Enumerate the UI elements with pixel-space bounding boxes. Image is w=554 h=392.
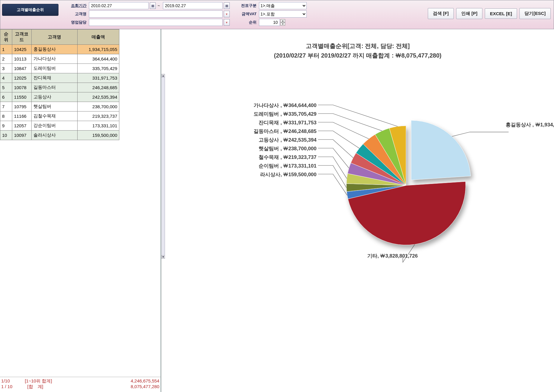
table-pane: 순위 고객코드 고객명 매출액 110425홍길동상사1,934,715,055… [0, 29, 161, 392]
table-row[interactable]: 811166김철수목재219,323,737 [0, 111, 119, 121]
filter-grid-1: 조회기간 ▦ ~ ▦ 고객명 ▾ 영업담당 ▾ [64, 2, 229, 26]
cell-amount: 364,644,400 [78, 54, 119, 64]
cell-code: 12057 [12, 121, 31, 131]
table-row[interactable]: 110425홍길동상사1,934,715,055 [0, 45, 119, 54]
summary-bar: 1/10 [1~10위 합계] 4,246,675,554 1 / 10 [합 … [0, 377, 161, 392]
chart-pane: ▲ ▼ 고객별매출순위[고객: 전체, 담당: 전체] (2010/02/27 … [161, 29, 554, 392]
cell-name: 김철수목재 [31, 111, 77, 121]
rank-input[interactable] [259, 19, 280, 26]
cell-code: 10078 [12, 83, 31, 92]
rep-label: 영업담당 [64, 20, 88, 25]
chart-title-line2: (2010/02/27 부터 2019/02/27 까지 매출합계 : ￦8,0… [161, 51, 554, 60]
table-row[interactable]: 710795햇살팀버238,700,000 [0, 102, 119, 111]
cell-amount: 219,323,737 [78, 111, 119, 121]
table-header-row: 순위 고객코드 고객명 매출액 [0, 30, 119, 45]
cell-rank: 3 [0, 64, 12, 73]
cell-code: 10113 [12, 54, 31, 64]
table-row[interactable]: 912057강순이팀버173,331,101 [0, 121, 119, 131]
tilde-separator: ~ [156, 4, 162, 8]
pie-label-bottom: 기타, ￦3,828,801,726 [367, 252, 418, 259]
chart-title-line1: 고객별매출순위[고객: 전체, 담당: 전체] [161, 41, 554, 51]
cell-rank: 5 [0, 83, 12, 92]
calendar-icon[interactable]: ▦ [224, 2, 230, 9]
cell-rank: 9 [0, 121, 12, 131]
date-from-input[interactable] [89, 2, 149, 9]
filter-grid-2: 전표구분 1>.매출 금액VAT 1>.포함 순위 ▴ ▾ [234, 2, 307, 26]
table-row[interactable]: 310847도레미팀버335,705,429 [0, 64, 119, 73]
cell-code: 11166 [12, 111, 31, 121]
period-label: 조회기간 [64, 3, 88, 8]
cell-name: 햇살팀버 [31, 102, 77, 111]
pie-label-right: 홍길동상사 , ￦1,934,71 [506, 121, 554, 128]
close-button[interactable]: 닫기[ESC] [519, 8, 551, 19]
cell-amount: 335,705,429 [78, 64, 119, 73]
date-to-input[interactable] [163, 2, 223, 9]
excel-button[interactable]: EXCEL [E] [485, 8, 517, 19]
pie-label-left: 도레미팀버 , ￦335,705,429 [167, 111, 317, 117]
filter-bar: 고객별매출순위 조회기간 ▦ ~ ▦ 고객명 ▾ 영업담당 ▾ 전표구분 1>.… [0, 0, 554, 29]
table-row[interactable]: 510078길동마스터246,248,685 [0, 83, 119, 92]
chart-title: 고객별매출순위[고객: 전체, 담당: 전체] (2010/02/27 부터 2… [161, 41, 554, 60]
cell-name: 가나다상사 [31, 54, 77, 64]
pie-label-left: 철수목재 , ￦219,323,737 [167, 154, 317, 161]
col-code: 고객코드 [12, 30, 31, 45]
rep-input[interactable] [89, 19, 223, 26]
table-row[interactable]: 1010097솔라시상사159,500,000 [0, 131, 119, 140]
summary-pos-1: 1/10 [1, 378, 10, 384]
col-name: 고객명 [31, 30, 77, 45]
customer-label: 고객명 [64, 11, 88, 17]
col-rank: 순위 [0, 30, 12, 45]
pie-label-left: 고등상사 , ￦242,535,394 [167, 137, 317, 143]
pie-label-left: 가나다상사 , ￦364,644,400 [167, 102, 317, 109]
cell-code: 10425 [12, 45, 31, 54]
cell-rank: 8 [0, 111, 12, 121]
summary-label-2: [합 계] [27, 384, 43, 390]
pie-label-left: 길동마스터 , ￦246,248,685 [167, 128, 317, 135]
pie-label-left: 햇살팀버 , ￦238,700,000 [167, 145, 317, 152]
cell-amount: 242,535,394 [78, 92, 119, 102]
search-button[interactable]: 검색 [F] [428, 8, 454, 19]
cell-code: 10795 [12, 102, 31, 111]
cell-rank: 6 [0, 92, 12, 102]
cell-rank: 4 [0, 73, 12, 83]
summary-value-1: 4,246,675,554 [106, 378, 159, 384]
cell-name: 길동마스터 [31, 83, 77, 92]
cell-rank: 7 [0, 102, 12, 111]
print-button[interactable]: 인쇄 [P] [456, 8, 482, 19]
picker-icon[interactable]: ▾ [224, 11, 230, 17]
vat-select[interactable]: 1>.포함 [259, 10, 307, 18]
summary-label-1: [1~10위 합계] [25, 378, 52, 384]
table-row[interactable]: 210113가나다상사364,644,400 [0, 54, 119, 64]
cell-amount: 173,331,101 [78, 121, 119, 131]
customer-input[interactable] [89, 10, 223, 18]
summary-pos-2: 1 / 10 [1, 384, 13, 390]
col-amount: 매출액 [78, 30, 119, 45]
calendar-icon[interactable]: ▦ [150, 2, 156, 9]
picker-icon[interactable]: ▾ [224, 19, 230, 26]
cell-amount: 159,500,000 [78, 131, 119, 140]
cell-code: 12025 [12, 73, 31, 83]
spin-down-icon[interactable]: ▾ [280, 22, 285, 26]
page-title: 고객별매출순위 [2, 4, 58, 16]
table-row[interactable]: 611550고등상사242,535,394 [0, 92, 119, 102]
pie-label-left: 순이팀버 , ￦173,331,101 [167, 162, 317, 169]
cell-code: 10847 [12, 64, 31, 73]
cell-name: 고등상사 [31, 92, 77, 102]
cell-name: 홍길동상사 [31, 45, 77, 54]
cell-amount: 238,700,000 [78, 102, 119, 111]
cell-code: 10097 [12, 131, 31, 140]
cell-rank: 10 [0, 131, 12, 140]
pie-label-left: 라시상사, ￦159,500,000 [167, 171, 317, 178]
cell-amount: 246,248,685 [78, 83, 119, 92]
cell-code: 11550 [12, 92, 31, 102]
summary-value-2: 8,075,477,280 [106, 384, 159, 390]
pie-chart: 홍길동상사 , ￦1,934,71 기타, ￦3,828,801,726 가나다… [161, 63, 554, 296]
cell-name: 도레미팀버 [31, 64, 77, 73]
sales-rank-table: 순위 고객코드 고객명 매출액 110425홍길동상사1,934,715,055… [0, 29, 119, 140]
table-row[interactable]: 412025잔디목재331,971,753 [0, 73, 119, 83]
cell-name: 강순이팀버 [31, 121, 77, 131]
spin-up-icon[interactable]: ▴ [280, 19, 285, 22]
rank-label: 순위 [234, 20, 258, 25]
slip-type-select[interactable]: 1>.매출 [259, 2, 307, 9]
cell-amount: 1,934,715,055 [78, 45, 119, 54]
